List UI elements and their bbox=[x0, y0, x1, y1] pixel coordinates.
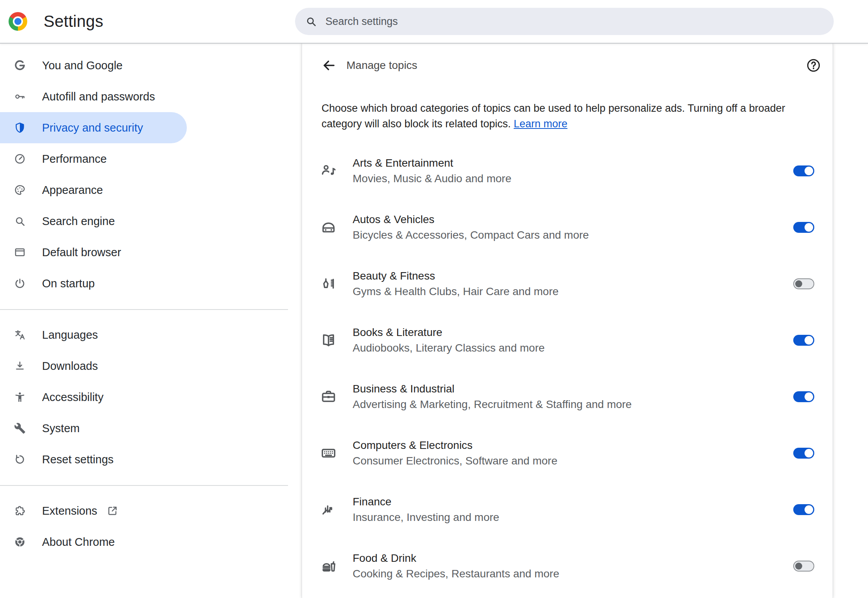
sidebar-item-label: Search engine bbox=[42, 215, 115, 228]
sidebar-item-extensions[interactable]: Extensions bbox=[0, 495, 187, 526]
search-bar[interactable] bbox=[295, 8, 834, 35]
sidebar-item-search-engine[interactable]: Search engine bbox=[0, 206, 187, 237]
external-link-icon bbox=[107, 505, 118, 517]
topic-title: Food & Drink bbox=[353, 551, 559, 566]
settings-header: Settings bbox=[0, 0, 868, 44]
back-button[interactable] bbox=[322, 58, 336, 73]
sidebar-item-label: Autofill and passwords bbox=[42, 90, 155, 103]
translate-icon bbox=[14, 329, 26, 341]
arts-entertainment-icon bbox=[320, 162, 337, 179]
help-button[interactable] bbox=[806, 58, 821, 73]
topic-text: Autos & VehiclesBicycles & Accessories, … bbox=[353, 212, 589, 243]
toggle-knob bbox=[805, 167, 813, 175]
topic-examples: Cooking & Recipes, Restaurants and more bbox=[353, 566, 559, 582]
sidebar-item-system[interactable]: System bbox=[0, 413, 187, 444]
sidebar-item-autofill-and-passwords[interactable]: Autofill and passwords bbox=[0, 81, 187, 112]
sidebar-item-label: Extensions bbox=[42, 505, 97, 517]
page-description: Choose which broad categories of topics … bbox=[322, 100, 813, 132]
sidebar-item-performance[interactable]: Performance bbox=[0, 143, 187, 174]
business-industrial-icon bbox=[320, 388, 337, 405]
topic-text: Business & IndustrialAdvertising & Marke… bbox=[353, 381, 632, 412]
toggle-switch[interactable] bbox=[793, 448, 814, 459]
topic-row-business-industrial: Business & IndustrialAdvertising & Marke… bbox=[302, 368, 833, 425]
topic-examples: Insurance, Investing and more bbox=[353, 510, 499, 525]
sidebar-item-you-and-google[interactable]: You and Google bbox=[0, 50, 187, 81]
sidebar-item-default-browser[interactable]: Default browser bbox=[0, 237, 187, 268]
palette-icon bbox=[14, 184, 26, 196]
topic-title: Arts & Entertainment bbox=[353, 155, 511, 171]
topics-list: Arts & EntertainmentMovies, Music & Audi… bbox=[302, 142, 833, 594]
puzzle-icon bbox=[14, 505, 26, 517]
toggle-switch[interactable] bbox=[793, 561, 814, 572]
sidebar-item-privacy-and-security[interactable]: Privacy and security bbox=[0, 112, 187, 143]
topic-title: Business & Industrial bbox=[353, 381, 632, 397]
toggle-knob bbox=[795, 563, 802, 570]
magnifier-icon bbox=[14, 215, 26, 227]
books-literature-icon bbox=[320, 332, 337, 349]
topic-row-autos-vehicles: Autos & VehiclesBicycles & Accessories, … bbox=[302, 199, 833, 255]
topic-examples: Bicycles & Accessories, Compact Cars and… bbox=[353, 227, 589, 243]
topic-row-computers-electronics: Computers & ElectronicsConsumer Electron… bbox=[302, 425, 833, 481]
manage-topics-card: Manage topics Choose which broad categor… bbox=[302, 44, 833, 598]
toggle-switch[interactable] bbox=[793, 222, 814, 233]
topic-row-books-literature: Books & LiteratureAudiobooks, Literary C… bbox=[302, 312, 833, 368]
toggle-switch[interactable] bbox=[793, 278, 814, 289]
toggle-switch[interactable] bbox=[793, 391, 814, 402]
reset-icon bbox=[14, 454, 26, 465]
sidebar-item-accessibility[interactable]: Accessibility bbox=[0, 382, 187, 413]
sidebar-item-label: Languages bbox=[42, 329, 98, 341]
sidebar-item-label: System bbox=[42, 422, 80, 435]
browser-window-icon bbox=[14, 246, 26, 258]
toggle-switch[interactable] bbox=[793, 165, 814, 176]
page-title: Manage topics bbox=[346, 59, 417, 72]
topic-examples: Movies, Music & Audio and more bbox=[353, 171, 511, 186]
speedometer-icon bbox=[14, 153, 26, 165]
sidebar-item-label: Reset settings bbox=[42, 453, 114, 466]
beauty-fitness-icon bbox=[320, 275, 337, 292]
topic-examples: Advertising & Marketing, Recruitment & S… bbox=[353, 397, 632, 412]
shield-icon bbox=[14, 122, 26, 134]
topic-row-food-drink: Food & DrinkCooking & Recipes, Restauran… bbox=[302, 538, 833, 594]
topic-row-beauty-fitness: Beauty & FitnessGyms & Health Clubs, Hai… bbox=[302, 255, 833, 312]
accessibility-icon bbox=[14, 391, 26, 403]
topic-title: Computers & Electronics bbox=[353, 438, 557, 453]
sidebar-divider bbox=[0, 485, 288, 486]
wrench-icon bbox=[14, 422, 26, 434]
chrome-gray-icon bbox=[14, 536, 26, 548]
topic-title: Beauty & Fitness bbox=[353, 268, 559, 284]
topic-text: FinanceInsurance, Investing and more bbox=[353, 494, 499, 525]
toggle-switch[interactable] bbox=[793, 504, 814, 515]
toggle-knob bbox=[805, 449, 813, 457]
chrome-logo-icon bbox=[9, 12, 27, 31]
autos-vehicles-icon bbox=[320, 219, 337, 236]
learn-more-link[interactable]: Learn more bbox=[514, 118, 568, 130]
back-arrow-icon bbox=[322, 58, 336, 73]
sidebar-item-downloads[interactable]: Downloads bbox=[0, 350, 187, 382]
sidebar-divider bbox=[0, 309, 288, 310]
toggle-knob bbox=[805, 336, 813, 345]
sidebar-item-label: About Chrome bbox=[42, 536, 115, 549]
topic-row-arts-entertainment: Arts & EntertainmentMovies, Music & Audi… bbox=[302, 142, 833, 199]
toggle-switch[interactable] bbox=[793, 335, 814, 346]
sidebar-item-label: Appearance bbox=[42, 184, 103, 197]
toggle-knob bbox=[805, 505, 813, 514]
power-icon bbox=[14, 278, 26, 289]
finance-icon bbox=[320, 501, 337, 518]
topic-title: Books & Literature bbox=[353, 325, 545, 340]
search-input[interactable] bbox=[325, 15, 824, 28]
app-title: Settings bbox=[44, 0, 103, 43]
sidebar-item-label: On startup bbox=[42, 277, 95, 290]
sidebar-item-appearance[interactable]: Appearance bbox=[0, 174, 187, 206]
topic-text: Books & LiteratureAudiobooks, Literary C… bbox=[353, 325, 545, 356]
sidebar-item-label: Downloads bbox=[42, 360, 98, 373]
sidebar-item-on-startup[interactable]: On startup bbox=[0, 268, 187, 299]
sidebar-item-about-chrome[interactable]: About Chrome bbox=[0, 526, 187, 558]
topic-examples: Consumer Electronics, Software and more bbox=[353, 453, 557, 469]
food-drink-icon bbox=[320, 558, 337, 575]
topic-title: Finance bbox=[353, 494, 499, 510]
topic-text: Arts & EntertainmentMovies, Music & Audi… bbox=[353, 155, 511, 186]
sidebar-item-label: You and Google bbox=[42, 59, 123, 72]
sidebar-item-languages[interactable]: Languages bbox=[0, 319, 187, 350]
sidebar-item-label: Privacy and security bbox=[42, 121, 143, 134]
sidebar-item-reset-settings[interactable]: Reset settings bbox=[0, 444, 187, 475]
